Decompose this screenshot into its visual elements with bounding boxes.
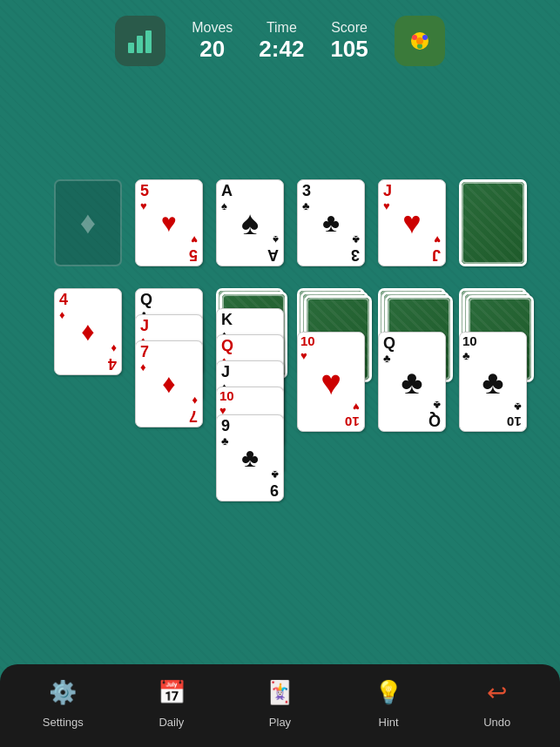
nav-undo-label: Undo [483, 716, 510, 729]
nav-hint[interactable]: 💡 Hint [358, 675, 419, 729]
play-icon: 🃏 [261, 675, 298, 711]
hint-icon: 💡 [370, 675, 407, 711]
score-stat: Score 105 [330, 20, 368, 63]
nav-play-label: Play [269, 716, 291, 729]
nav-undo[interactable]: ↩ Undo [467, 675, 528, 729]
nav-play[interactable]: 🃏 Play [249, 675, 310, 729]
card-10c[interactable]: 10♣ ♣ 10♣ [459, 332, 527, 432]
svg-point-5 [422, 35, 428, 40]
svg-point-4 [412, 35, 417, 40]
card-qc2[interactable]: Q♣ ♣ Q♣ [378, 332, 446, 432]
stock-pile[interactable] [459, 179, 527, 266]
settings-icon: ⚙️ [44, 675, 81, 711]
card-10h2[interactable]: 10♥ ♥ 10♥ [297, 332, 365, 432]
moves-stat: Moves 20 [192, 20, 233, 63]
card-jh[interactable]: J♥ ♥ J♥ [378, 179, 446, 266]
card-4d[interactable]: 4♦ ♦ 4♦ [54, 288, 122, 375]
time-label: Time [259, 20, 304, 36]
score-value: 105 [330, 36, 368, 63]
undo-icon: ↩ [479, 675, 516, 711]
nav-settings-label: Settings [43, 716, 84, 729]
svg-point-7 [416, 37, 423, 44]
top-bar: Moves 20 Time 2:42 Score 105 [0, 0, 560, 75]
nav-daily[interactable]: 📅 Daily [141, 675, 202, 729]
stats-icon[interactable] [115, 16, 165, 66]
moves-value: 20 [192, 36, 233, 63]
nav-settings[interactable]: ⚙️ Settings [32, 675, 93, 729]
foundation-slot-1[interactable]: ♦ [54, 179, 122, 266]
time-stat: Time 2:42 [259, 20, 304, 63]
svg-rect-0 [128, 43, 134, 53]
time-value: 2:42 [259, 36, 304, 63]
moves-label: Moves [192, 20, 233, 36]
score-label: Score [330, 20, 368, 36]
card-as[interactable]: A♠ ♠ A♠ [216, 179, 284, 266]
svg-rect-2 [145, 30, 152, 53]
palette-icon[interactable] [395, 16, 445, 66]
bottom-nav: ⚙️ Settings 📅 Daily 🃏 Play 💡 Hint ↩ Undo [0, 664, 560, 747]
game-area: ♦ 5♥ ♥ 5♥ A♠ ♠ A♠ 3♣ ♣ 3♣ J♥ ♥ J♥ [0, 75, 560, 667]
daily-icon: 📅 [153, 675, 190, 711]
nav-daily-label: Daily [159, 716, 184, 729]
card-5h[interactable]: 5♥ ♥ 5♥ [135, 179, 203, 266]
svg-rect-1 [137, 36, 143, 53]
nav-hint-label: Hint [379, 716, 399, 729]
card-9c[interactable]: 9♣ ♣ 9♣ [216, 414, 284, 501]
card-3c[interactable]: 3♣ ♣ 3♣ [297, 179, 365, 266]
card-7d[interactable]: 7♦ ♦ 7♦ [135, 340, 203, 427]
